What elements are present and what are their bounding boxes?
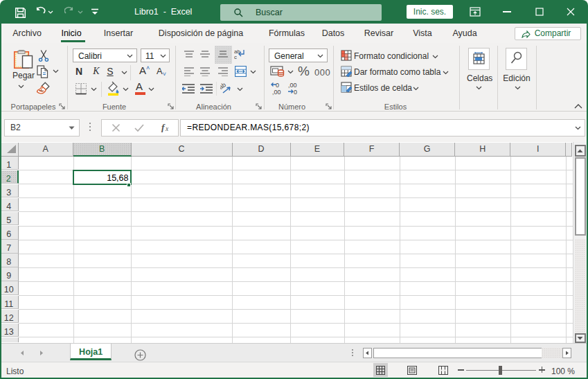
svg-text:0: 0 bbox=[276, 82, 279, 89]
svg-text:0: 0 bbox=[294, 89, 297, 96]
svg-text:,00: ,00 bbox=[272, 89, 281, 96]
svg-text:c: c bbox=[234, 54, 237, 60]
svg-text:ab: ab bbox=[220, 82, 227, 91]
svg-text:,00: ,00 bbox=[288, 82, 297, 89]
